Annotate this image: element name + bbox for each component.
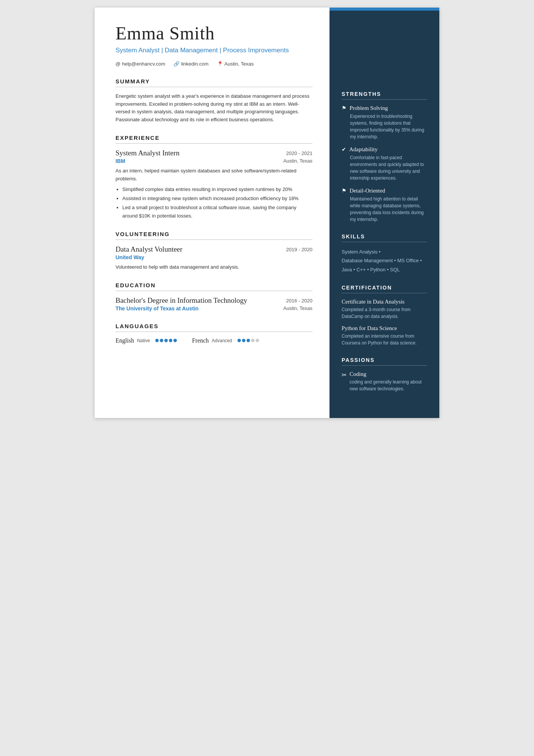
- cert-item-1: Python for Data Science Completed an int…: [342, 325, 427, 346]
- skills-line-1: Database Management • MS Office •: [342, 256, 427, 265]
- dot: [164, 339, 168, 342]
- cert-title-1: Python for Data Science: [342, 325, 427, 332]
- edu-location: Austin, Texas: [283, 305, 312, 312]
- strengths-title: STRENGTHS: [342, 91, 427, 100]
- cert-desc-0: Completed a 3-month course from DataCamp…: [342, 306, 427, 320]
- summary-section: SUMMARY Energetic system analyst with a …: [116, 78, 312, 124]
- dot: [247, 339, 250, 342]
- edu-org: The University of Texas at Austin: [116, 305, 198, 311]
- vol-job-title: Data Analyst Volunteer: [116, 245, 183, 254]
- location-contact: 📍 Austin, Texas: [217, 61, 254, 67]
- exp-location: Austin, Texas: [283, 158, 312, 165]
- summary-title: SUMMARY: [116, 78, 312, 87]
- candidate-title: System Analyst | Data Management | Proce…: [116, 46, 312, 55]
- skills-text: System Analysis • Database Management • …: [342, 247, 427, 274]
- passions-title: PASSIONS: [342, 357, 427, 366]
- experience-title: EXPERIENCE: [116, 135, 312, 144]
- dot: [169, 339, 172, 342]
- exp-date: 2020 - 2021: [286, 150, 312, 156]
- lang-english-level: Native: [137, 338, 150, 343]
- dot: [160, 339, 163, 342]
- education-section: EDUCATION Bachelor's Degree in Informati…: [116, 282, 312, 312]
- education-entry-0: Bachelor's Degree in Information Technol…: [116, 296, 312, 312]
- edu-date: 2016 - 2020: [286, 298, 312, 304]
- strength-title-2: Detail-Oriented: [350, 188, 385, 194]
- passions-section: PASSIONS ✂ Coding coding and generally l…: [342, 357, 427, 392]
- exp-org: IBM: [116, 158, 125, 164]
- location-icon: 📍: [217, 61, 223, 67]
- exp-bullets: Simplified complex data entries resultin…: [116, 185, 312, 220]
- languages-section: LANGUAGES English Native French: [116, 323, 312, 344]
- strength-title-0: Problem Solving: [350, 105, 388, 111]
- education-title: EDUCATION: [116, 282, 312, 291]
- strengths-section: STRENGTHS ⚑ Problem Solving Experienced …: [342, 91, 427, 223]
- vol-desc: Volunteered to help with data management…: [116, 263, 312, 271]
- strength-item-0: ⚑ Problem Solving Experienced in trouble…: [342, 105, 427, 140]
- lang-english-dots: [155, 339, 177, 342]
- flag-icon-2: ⚑: [342, 188, 347, 194]
- flag-icon-0: ⚑: [342, 105, 347, 111]
- certification-section: CERTIFICATION Certificate in Data Analys…: [342, 285, 427, 346]
- lang-english: English Native: [116, 337, 177, 344]
- link-icon: 🔗: [173, 61, 180, 67]
- email-contact: @ help@enhancv.com: [116, 61, 165, 67]
- dot: [173, 339, 177, 342]
- experience-entry-0: System Analyst Intern 2020 - 2021 IBM Au…: [116, 149, 312, 220]
- vol-org: United Way: [116, 254, 144, 260]
- skills-line-2: Java • C++ • Python • SQL: [342, 265, 427, 274]
- strength-desc-1: Comfortable in fast-paced environments a…: [342, 154, 427, 182]
- summary-text: Energetic system analyst with a year's e…: [116, 92, 312, 124]
- cert-desc-1: Completed an intensive course from Cours…: [342, 333, 427, 346]
- volunteering-title: VOLUNTEERING: [116, 231, 312, 240]
- skills-title: SKILLS: [342, 233, 427, 242]
- skills-line-0: System Analysis •: [342, 247, 427, 256]
- certification-title: CERTIFICATION: [342, 285, 427, 293]
- candidate-name: Emma Smith: [116, 23, 312, 44]
- exp-bullet-1: Assisted in integrating new system which…: [122, 194, 312, 203]
- strength-title-1: Adaptability: [349, 146, 378, 153]
- languages-row: English Native French Advanced: [116, 337, 312, 344]
- vol-date: 2019 - 2020: [286, 247, 312, 252]
- dot: [237, 339, 241, 342]
- lang-french: French Advanced: [192, 337, 259, 344]
- lang-english-name: English: [116, 337, 134, 344]
- passion-desc-0: coding and generally learning about new …: [350, 379, 427, 392]
- experience-section: EXPERIENCE System Analyst Intern 2020 - …: [116, 135, 312, 220]
- header-section: Emma Smith System Analyst | Data Managem…: [116, 23, 312, 67]
- cert-title-0: Certificate in Data Analysis: [342, 299, 427, 305]
- skills-section: SKILLS System Analysis • Database Manage…: [342, 233, 427, 274]
- check-icon: ✔: [342, 146, 346, 153]
- passion-title-0: Coding: [350, 371, 427, 377]
- edu-degree-title: Bachelor's Degree in Information Technol…: [116, 296, 247, 305]
- linkedin-contact: 🔗 linkedin.com: [173, 61, 208, 67]
- email-icon: @: [116, 61, 120, 67]
- dot: [256, 339, 259, 342]
- lang-french-name: French: [192, 337, 209, 344]
- strength-desc-0: Experienced in troubleshooting systems, …: [342, 113, 427, 140]
- strength-desc-2: Maintained high attention to detail whil…: [342, 196, 427, 223]
- passion-item-0: ✂ Coding coding and generally learning a…: [342, 371, 427, 392]
- lang-french-dots: [237, 339, 259, 342]
- contact-info: @ help@enhancv.com 🔗 linkedin.com 📍 Aust…: [116, 61, 312, 67]
- dot: [155, 339, 159, 342]
- exp-bullet-0: Simplified complex data entries resultin…: [122, 185, 312, 194]
- cert-item-0: Certificate in Data Analysis Completed a…: [342, 299, 427, 320]
- exp-job-title: System Analyst Intern: [116, 149, 180, 157]
- exp-desc: As an intern, helped maintain system dat…: [116, 167, 312, 183]
- coding-icon: ✂: [342, 371, 347, 379]
- volunteering-entry-0: Data Analyst Volunteer 2019 - 2020 Unite…: [116, 245, 312, 271]
- lang-french-level: Advanced: [212, 338, 232, 343]
- dot: [242, 339, 245, 342]
- volunteering-section: VOLUNTEERING Data Analyst Volunteer 2019…: [116, 231, 312, 271]
- languages-title: LANGUAGES: [116, 323, 312, 332]
- exp-bullet-2: Led a small project to troubleshoot a cr…: [122, 203, 312, 220]
- strength-item-2: ⚑ Detail-Oriented Maintained high attent…: [342, 188, 427, 223]
- dot: [251, 339, 255, 342]
- strength-item-1: ✔ Adaptability Comfortable in fast-paced…: [342, 146, 427, 182]
